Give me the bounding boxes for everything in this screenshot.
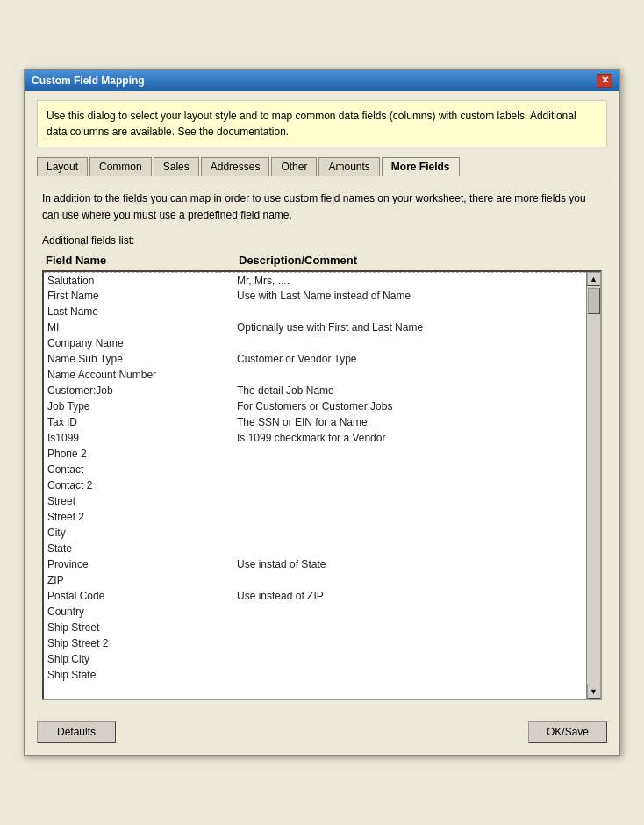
table-row: Ship State [44, 667, 586, 683]
row-field-name: Ship City [47, 653, 237, 665]
row-field-name: Salutation [47, 275, 237, 287]
row-field-name: Phone 2 [47, 448, 237, 460]
table-row: Job Type For Customers or Customer:Jobs [44, 398, 586, 414]
row-field-name: Job Type [47, 400, 237, 412]
tab-addresses[interactable]: Addresses [201, 157, 270, 176]
table-row: Province Use instad of State [44, 556, 586, 572]
row-field-desc: The detail Job Name [237, 384, 583, 397]
row-field-name: City [47, 527, 237, 539]
row-field-name: Customer:Job [47, 384, 237, 397]
col-header-desc: Description/Comment [239, 254, 598, 267]
info-box: Use this dialog to select your layout st… [37, 100, 607, 147]
table-row: MI Optionally use with First and Last Na… [44, 319, 586, 335]
fields-label: Additional fields list: [42, 234, 602, 247]
table-scroll-area[interactable]: Salutation Mr, Mrs, .... First Name Use … [44, 272, 586, 699]
row-field-name: ZIP [47, 574, 237, 586]
table-row: First Name Use with Last Name instead of… [44, 288, 586, 304]
row-field-name: MI [47, 321, 237, 334]
table-row: State [44, 541, 586, 556]
row-field-desc: The SSN or EIN for a Name [237, 416, 583, 428]
row-field-name: Postal Code [47, 590, 237, 602]
table-row: ZIP [44, 572, 586, 588]
table-row: Name Account Number [44, 367, 586, 383]
row-field-desc: Use with Last Name instead of Name [237, 290, 583, 302]
row-field-desc: Use instead of ZIP [237, 590, 583, 602]
row-field-desc: Optionally use with First and Last Name [237, 321, 583, 334]
row-field-name: Tax ID [47, 416, 237, 428]
row-field-desc: Use instad of State [237, 558, 583, 570]
scrollbar-thumb[interactable] [588, 288, 600, 314]
row-field-name: Contact [47, 463, 237, 476]
tab-common[interactable]: Common [89, 157, 152, 176]
table-row: Street 2 [44, 509, 586, 525]
row-field-desc: Mr, Mrs, .... [237, 275, 583, 287]
row-field-name: Last Name [47, 305, 237, 318]
table-header: Field Name Description/Comment [42, 252, 602, 269]
dialog-title: Custom Field Mapping [32, 75, 145, 87]
tab-layout[interactable]: Layout [37, 157, 88, 176]
tabs-container: Layout Common Sales Addresses Other Amou… [37, 156, 607, 176]
row-field-name: State [47, 542, 237, 555]
table-row: Contact [44, 462, 586, 477]
table-row: Street [44, 493, 586, 509]
row-field-name: Company Name [47, 337, 237, 349]
row-field-name: Name Account Number [47, 369, 237, 381]
row-field-desc: Is 1099 checkmark for a Vendor [237, 432, 583, 444]
table-row: Country [44, 604, 586, 620]
table-row: Contact 2 [44, 477, 586, 493]
table-row: Postal Code Use instead of ZIP [44, 588, 586, 604]
table-row: Customer:Job The detail Job Name [44, 383, 586, 398]
tab-description: In addition to the fields you can map in… [42, 190, 602, 224]
tab-other[interactable]: Other [271, 157, 317, 176]
row-field-desc: Customer or Vendor Type [237, 353, 583, 365]
col-header-field: Field Name [46, 254, 239, 267]
tab-content: In addition to the fields you can map in… [37, 187, 607, 704]
table-row: Name Sub Type Customer or Vendor Type [44, 351, 586, 367]
table-row: Ship Street [44, 620, 586, 635]
scroll-down-button[interactable]: ▼ [587, 685, 601, 699]
row-field-desc: For Customers or Customer:Jobs [237, 400, 583, 412]
tab-more-fields[interactable]: More Fields [382, 157, 460, 176]
row-field-name: Province [47, 558, 237, 570]
row-field-name: Contact 2 [47, 479, 237, 491]
table-row: Company Name [44, 335, 586, 351]
tab-sales[interactable]: Sales [154, 157, 199, 176]
fields-table: Salutation Mr, Mrs, .... First Name Use … [42, 270, 602, 700]
title-bar: Custom Field Mapping ✕ [25, 70, 619, 91]
table-row: Last Name [44, 304, 586, 319]
row-field-name: Ship State [47, 669, 237, 681]
row-field-name: Name Sub Type [47, 353, 237, 365]
table-row: Ship City [44, 651, 586, 667]
table-row: Ship Street 2 [44, 635, 586, 651]
dialog-footer: Defaults OK/Save [25, 713, 619, 755]
scrollbar-track: ▲ ▼ [586, 272, 600, 699]
table-row: Is1099 Is 1099 checkmark for a Vendor [44, 430, 586, 446]
table-row: Phone 2 [44, 446, 586, 462]
defaults-button[interactable]: Defaults [37, 721, 116, 742]
scroll-up-button[interactable]: ▲ [587, 272, 601, 286]
row-field-name: Country [47, 606, 237, 618]
close-button[interactable]: ✕ [597, 74, 612, 88]
tab-amounts[interactable]: Amounts [318, 157, 379, 176]
table-row: City [44, 525, 586, 541]
table-row: Salutation Mr, Mrs, .... [44, 272, 586, 288]
row-field-name: Street [47, 495, 237, 507]
table-row: Tax ID The SSN or EIN for a Name [44, 414, 586, 430]
row-field-name: First Name [47, 290, 237, 302]
row-field-name: Ship Street 2 [47, 637, 237, 649]
row-field-name: Ship Street [47, 621, 237, 634]
row-field-name: Street 2 [47, 511, 237, 523]
oksave-button[interactable]: OK/Save [528, 721, 607, 742]
row-field-name: Is1099 [47, 432, 237, 444]
